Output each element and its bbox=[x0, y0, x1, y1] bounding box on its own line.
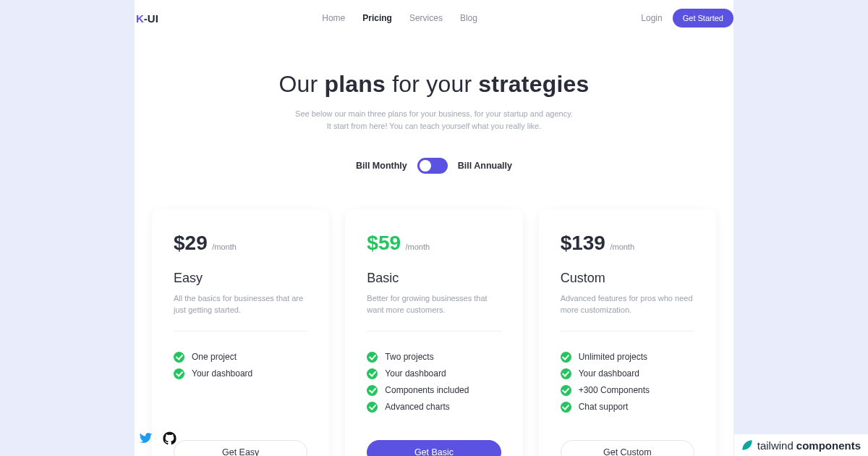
plan-feature: Advanced charts bbox=[367, 402, 501, 413]
check-icon bbox=[367, 385, 378, 396]
nav-home[interactable]: Home bbox=[322, 13, 345, 23]
get-easy-button[interactable]: Get Easy bbox=[174, 440, 307, 456]
divider bbox=[174, 331, 307, 332]
nav-pricing[interactable]: Pricing bbox=[362, 13, 392, 23]
plan-desc: Better for growing businesses that want … bbox=[367, 293, 501, 316]
plan-feature: Chat support bbox=[561, 402, 694, 413]
get-custom-button[interactable]: Get Custom bbox=[561, 440, 694, 456]
plan-feature: Your dashboard bbox=[367, 368, 501, 379]
plan-feature: Your dashboard bbox=[174, 368, 307, 379]
plan-card-basic: $59 /month Basic Better for growing busi… bbox=[345, 210, 522, 456]
check-icon bbox=[561, 385, 571, 396]
plan-feature: Components included bbox=[367, 385, 501, 396]
nav-links: Home Pricing Services Blog bbox=[322, 13, 477, 23]
nav-blog[interactable]: Blog bbox=[460, 13, 477, 23]
leaf-icon bbox=[740, 438, 754, 452]
check-icon bbox=[367, 368, 378, 379]
divider bbox=[367, 331, 501, 332]
brand-k: K bbox=[136, 12, 144, 25]
check-icon bbox=[367, 352, 378, 363]
plan-feature: +300 Components bbox=[561, 385, 694, 396]
check-icon bbox=[174, 352, 184, 363]
plan-period: /month bbox=[610, 242, 634, 251]
plan-price: $29 bbox=[174, 232, 208, 254]
plan-name: Custom bbox=[561, 271, 694, 286]
toggle-knob bbox=[420, 160, 431, 172]
login-link[interactable]: Login bbox=[641, 13, 662, 23]
plan-name: Basic bbox=[367, 271, 501, 286]
github-icon[interactable] bbox=[163, 431, 176, 445]
check-icon bbox=[561, 402, 571, 413]
plan-desc: Advanced features for pros who need more… bbox=[561, 293, 694, 316]
billing-toggle[interactable] bbox=[417, 158, 448, 174]
brand-logo[interactable]: K-UI bbox=[135, 12, 158, 25]
plan-feature: One project bbox=[174, 352, 307, 363]
nav-services[interactable]: Services bbox=[409, 13, 443, 23]
plan-name: Easy bbox=[174, 271, 307, 286]
divider bbox=[561, 331, 694, 332]
check-icon bbox=[367, 402, 378, 413]
plan-feature: Your dashboard bbox=[561, 368, 694, 379]
bill-monthly-label[interactable]: Bill Monthly bbox=[356, 161, 407, 171]
get-basic-button[interactable]: Get Basic bbox=[367, 440, 501, 456]
check-icon bbox=[561, 352, 571, 363]
page-title: Our plans for your strategies bbox=[163, 71, 705, 98]
bill-annually-label[interactable]: Bill Annually bbox=[458, 161, 512, 171]
plan-period: /month bbox=[212, 242, 237, 251]
check-icon bbox=[174, 368, 184, 379]
plan-feature: Two projects bbox=[367, 352, 501, 363]
brand-rest: -UI bbox=[144, 12, 158, 25]
check-icon bbox=[561, 368, 571, 379]
get-started-button[interactable]: Get Started bbox=[673, 9, 733, 28]
plan-feature: Unlimited projects bbox=[561, 352, 694, 363]
plan-card-custom: $139 /month Custom Advanced features for… bbox=[539, 210, 716, 456]
plan-period: /month bbox=[406, 242, 430, 251]
plan-price: $59 bbox=[367, 232, 401, 254]
tailwindcomponents-watermark: tailwindcomponents bbox=[734, 434, 868, 456]
page-subtitle: See below our main three plans for your … bbox=[163, 108, 705, 132]
plan-card-easy: $29 /month Easy All the basics for busin… bbox=[152, 210, 329, 456]
twitter-icon[interactable] bbox=[139, 431, 153, 445]
plan-price: $139 bbox=[561, 232, 605, 254]
plan-desc: All the basics for businesses that are j… bbox=[174, 293, 307, 316]
